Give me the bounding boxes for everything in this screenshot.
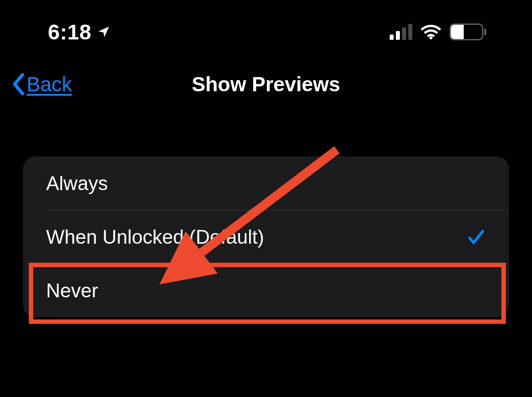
status-bar-left: 6:18	[48, 20, 111, 44]
location-icon	[97, 25, 111, 39]
wifi-icon	[420, 24, 442, 40]
battery-icon: 42	[450, 23, 488, 41]
page-title: Show Previews	[192, 72, 340, 96]
option-when-unlocked[interactable]: When Unlocked (Default)	[23, 210, 509, 264]
checkmark-icon	[466, 227, 486, 247]
nav-bar: Back Show Previews	[0, 66, 532, 102]
option-label: Never	[46, 280, 98, 302]
back-label: Back	[27, 72, 72, 96]
option-label: When Unlocked (Default)	[46, 226, 264, 248]
status-time: 6:18	[48, 20, 91, 44]
option-label: Always	[46, 172, 108, 195]
battery-percent: 42	[451, 25, 482, 39]
status-bar-right: 42	[390, 23, 488, 41]
chevron-left-icon	[12, 73, 26, 95]
preview-options-group: Always When Unlocked (Default) Never	[23, 156, 509, 317]
option-never[interactable]: Never	[23, 264, 509, 317]
back-button[interactable]: Back	[12, 72, 72, 96]
cellular-icon	[390, 24, 412, 40]
status-bar: 6:18 42	[0, 19, 532, 45]
option-always[interactable]: Always	[23, 156, 509, 210]
